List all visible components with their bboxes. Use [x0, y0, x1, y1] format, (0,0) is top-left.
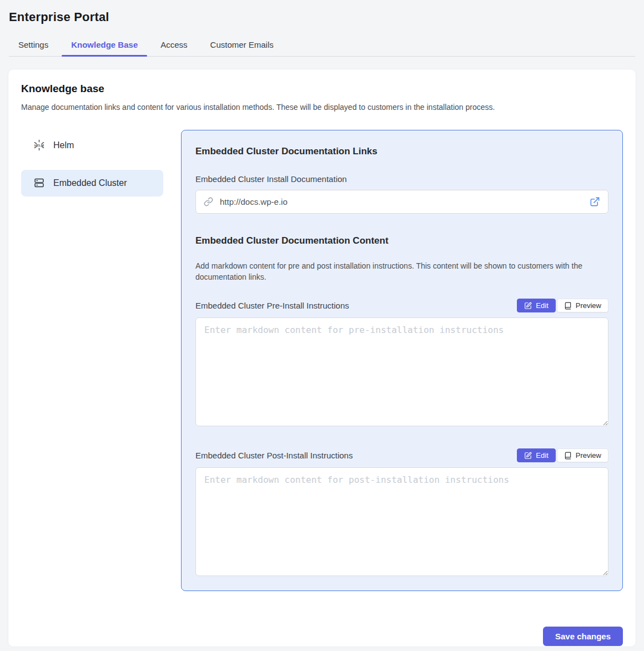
- install-doc-url-input[interactable]: [219, 196, 584, 207]
- sidebar-item-embedded-cluster[interactable]: Embedded Cluster: [21, 170, 163, 196]
- pre-install-preview-button[interactable]: Preview: [557, 299, 608, 312]
- save-changes-button[interactable]: Save changes: [543, 627, 623, 646]
- install-doc-url-field: [195, 190, 608, 214]
- tab-access[interactable]: Access: [151, 34, 197, 56]
- pre-install-mode-toggle: Edit Preview: [517, 299, 608, 312]
- edit-icon: [524, 452, 532, 460]
- helm-icon: HELM: [32, 139, 46, 152]
- sidebar-item-label: Helm: [53, 140, 74, 150]
- documentation-content-heading: Embedded Cluster Documentation Content: [195, 235, 608, 246]
- sidebar-item-helm[interactable]: HELM Helm: [21, 132, 163, 159]
- post-install-textarea[interactable]: [195, 467, 608, 576]
- install-method-nav: HELM Helm Embedded Cluster: [21, 130, 163, 208]
- pre-install-edit-button[interactable]: Edit: [517, 299, 555, 312]
- book-icon: [564, 452, 572, 460]
- book-icon: [564, 302, 572, 310]
- card-heading: Knowledge base: [21, 83, 623, 95]
- tab-customer-emails[interactable]: Customer Emails: [201, 34, 283, 56]
- preview-button-label: Preview: [576, 301, 601, 310]
- post-install-label: Embedded Cluster Post-Install Instructio…: [195, 451, 353, 460]
- server-icon: [32, 177, 46, 189]
- install-doc-label: Embedded Cluster Install Documentation: [195, 174, 608, 184]
- page-title: Enterprise Portal: [9, 10, 635, 24]
- edit-button-label: Edit: [536, 301, 548, 310]
- post-install-edit-button[interactable]: Edit: [517, 448, 555, 462]
- knowledge-base-card: Knowledge base Manage documentation link…: [8, 69, 636, 647]
- tab-settings[interactable]: Settings: [9, 34, 58, 56]
- link-icon: [204, 197, 213, 206]
- edit-button-label: Edit: [536, 451, 548, 460]
- svg-text:HELM: HELM: [34, 144, 44, 147]
- card-footer: Save changes: [21, 591, 623, 647]
- documentation-links-heading: Embedded Cluster Documentation Links: [195, 146, 608, 157]
- preview-button-label: Preview: [576, 451, 601, 460]
- documentation-content-description: Add markdown content for pre and post in…: [195, 260, 608, 283]
- tab-bar: Settings Knowledge Base Access Customer …: [9, 34, 635, 57]
- post-install-mode-toggle: Edit Preview: [517, 448, 608, 462]
- embedded-cluster-panel: Embedded Cluster Documentation Links Emb…: [181, 130, 623, 592]
- pre-install-label: Embedded Cluster Pre-Install Instruction…: [195, 301, 349, 310]
- sidebar-item-label: Embedded Cluster: [53, 178, 127, 188]
- edit-icon: [524, 302, 532, 310]
- tab-knowledge-base[interactable]: Knowledge Base: [62, 34, 147, 56]
- post-install-preview-button[interactable]: Preview: [557, 448, 608, 462]
- card-description: Manage documentation links and content f…: [21, 102, 623, 113]
- external-link-icon[interactable]: [590, 196, 600, 207]
- page-header: Enterprise Portal: [0, 0, 644, 24]
- pre-install-textarea[interactable]: [195, 317, 608, 426]
